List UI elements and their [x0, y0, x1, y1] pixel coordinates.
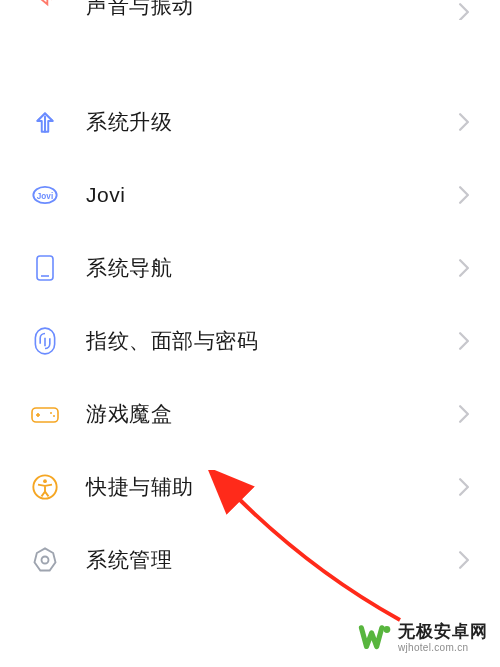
- setting-item-system-navigation[interactable]: 系统导航: [0, 231, 500, 304]
- svg-marker-11: [35, 548, 56, 570]
- setting-item-biometrics[interactable]: 指纹、面部与密码: [0, 304, 500, 377]
- setting-item-jovi[interactable]: Jovi Jovi: [0, 158, 500, 231]
- section-gap: [0, 20, 500, 85]
- setting-label: Jovi: [86, 183, 456, 207]
- watermark-logo-icon: [358, 621, 392, 655]
- phone-nav-icon: [30, 253, 60, 283]
- setting-item-game-box[interactable]: 游戏魔盒: [0, 377, 500, 450]
- accessibility-icon: [30, 472, 60, 502]
- chevron-right-icon: [456, 479, 472, 495]
- setting-label: 指纹、面部与密码: [86, 327, 456, 355]
- chevron-right-icon: [456, 187, 472, 203]
- chevron-right-icon: [456, 333, 472, 349]
- svg-point-7: [50, 412, 52, 414]
- setting-label: 系统管理: [86, 546, 456, 574]
- svg-text:Jovi: Jovi: [37, 191, 53, 200]
- arrow-up-icon: [30, 107, 60, 137]
- svg-point-8: [53, 415, 55, 417]
- setting-item-accessibility[interactable]: 快捷与辅助: [0, 450, 500, 523]
- setting-label: 声音与振动: [86, 0, 456, 20]
- setting-item-system-management[interactable]: 系统管理: [0, 523, 500, 596]
- setting-item-system-upgrade[interactable]: 系统升级: [0, 85, 500, 158]
- svg-point-12: [42, 556, 49, 563]
- watermark-title: 无极安卓网: [398, 623, 488, 642]
- chevron-right-icon: [456, 114, 472, 130]
- settings-list: 声音与振动 系统升级 Jovi Jovi: [0, 0, 500, 596]
- jovi-icon: Jovi: [30, 180, 60, 210]
- setting-label: 游戏魔盒: [86, 400, 456, 428]
- setting-item-sound[interactable]: 声音与振动: [0, 0, 500, 20]
- svg-point-10: [43, 479, 47, 483]
- gamepad-icon: [30, 399, 60, 429]
- svg-point-14: [384, 626, 391, 633]
- gear-icon: [30, 545, 60, 575]
- chevron-right-icon: [456, 552, 472, 568]
- setting-label: 系统升级: [86, 108, 456, 136]
- chevron-right-icon: [456, 406, 472, 422]
- setting-label: 快捷与辅助: [86, 473, 456, 501]
- sound-icon: [30, 0, 60, 10]
- watermark-subtitle: wjhotel.com.cn: [398, 642, 488, 653]
- chevron-right-icon: [456, 4, 472, 20]
- chevron-right-icon: [456, 260, 472, 276]
- watermark: 无极安卓网 wjhotel.com.cn: [358, 621, 488, 655]
- setting-label: 系统导航: [86, 254, 456, 282]
- svg-rect-4: [32, 408, 58, 422]
- fingerprint-icon: [30, 326, 60, 356]
